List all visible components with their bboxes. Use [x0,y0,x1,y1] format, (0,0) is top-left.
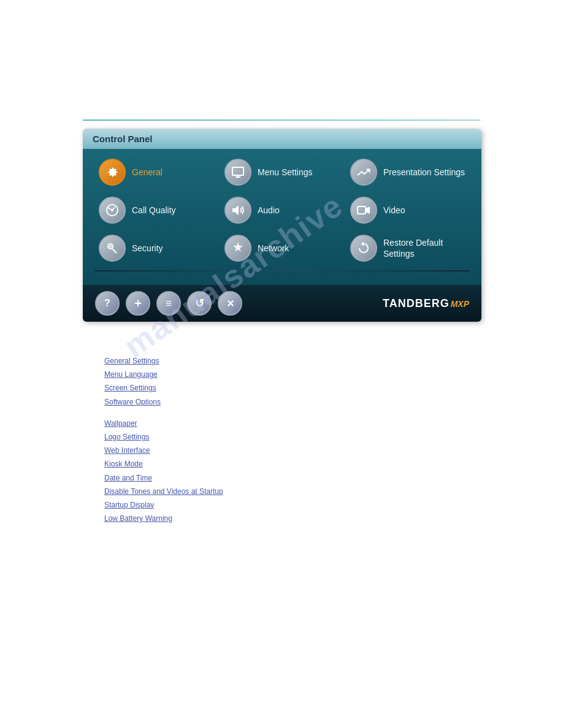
network-label: Network [258,243,289,253]
menu-settings-label: Menu Settings [258,167,313,177]
security-label: Security [132,243,163,253]
call-quality-icon [99,197,126,224]
general-icon [99,159,126,186]
help-icon: ? [104,298,110,309]
svg-rect-0 [232,167,243,175]
svg-point-6 [111,209,113,211]
svg-marker-7 [232,205,239,215]
cp-item-call-quality[interactable]: Call Quality [95,194,218,226]
link-battery-warning[interactable]: Low Battery Warning [104,513,223,525]
cp-item-security[interactable]: Security [95,232,218,264]
link-screen-settings[interactable]: Screen Settings [104,382,223,394]
page-container: Control Panel General [0,0,563,728]
top-decorative-line [83,119,480,121]
svg-marker-12 [233,242,243,252]
call-quality-label: Call Quality [132,205,176,215]
list-icon: ≡ [166,297,172,310]
cp-item-presentation-settings[interactable]: Presentation Settings [347,156,469,188]
link-general-settings[interactable]: General Settings [104,355,223,367]
presentation-settings-label: Presentation Settings [383,167,465,178]
restore-default-icon [350,235,377,262]
link-software-options[interactable]: Software Options [104,396,223,408]
cp-item-video[interactable]: Video [347,194,469,226]
add-button[interactable]: + [126,291,150,316]
link-menu-language[interactable]: Menu Language [104,369,223,381]
cp-item-audio[interactable]: Audio [221,194,343,226]
cp-divider [95,270,469,271]
security-icon [99,235,126,262]
brand-suffix: MXP [451,299,469,309]
cp-item-general[interactable]: General [95,156,218,188]
control-panel-grid: General Menu Settings [95,156,469,264]
footer-icons: ? + ≡ ↺ ✕ [95,291,242,316]
cp-item-restore-default[interactable]: Restore Default Settings [347,232,469,264]
link-web-interface[interactable]: Web Interface [104,445,223,457]
link-wallpaper[interactable]: Wallpaper [104,418,223,430]
control-panel: Control Panel General [83,129,481,322]
control-panel-body: General Menu Settings [83,149,481,285]
menu-settings-icon [224,159,251,186]
svg-marker-9 [366,207,370,214]
link-disable-tones[interactable]: Disable Tones and Videos at Startup [104,486,223,498]
control-panel-footer: ? + ≡ ↺ ✕ TANDBERG MXP [83,285,481,322]
link-date-time[interactable]: Date and Time [104,472,223,484]
cp-item-menu-settings[interactable]: Menu Settings [221,156,343,188]
link-kiosk-mode[interactable]: Kiosk Mode [104,458,223,470]
refresh-icon: ↺ [195,297,204,310]
list-button[interactable]: ≡ [156,291,181,316]
cp-item-network[interactable]: Network [221,232,343,264]
links-section: General Settings Menu Language Screen Se… [104,355,223,525]
tandberg-logo: TANDBERG MXP [383,297,469,310]
link-startup-display[interactable]: Startup Display [104,499,223,511]
brand-name: TANDBERG [383,297,450,310]
general-label: General [132,167,163,177]
audio-icon [224,197,251,224]
audio-label: Audio [258,205,280,215]
video-label: Video [383,205,405,215]
svg-rect-8 [358,207,366,214]
control-panel-header: Control Panel [83,129,481,149]
presentation-settings-icon [350,159,377,186]
network-icon [224,235,251,262]
close-icon: ✕ [226,298,234,309]
link-group-gap [104,410,223,416]
restore-default-label: Restore Default Settings [383,237,465,259]
refresh-button[interactable]: ↺ [187,291,212,316]
add-icon: + [134,297,142,311]
video-icon [350,197,377,224]
close-button[interactable]: ✕ [218,291,242,316]
help-button[interactable]: ? [95,291,120,316]
link-logo-settings[interactable]: Logo Settings [104,431,223,443]
control-panel-title: Control Panel [93,134,153,144]
svg-point-11 [109,245,112,248]
